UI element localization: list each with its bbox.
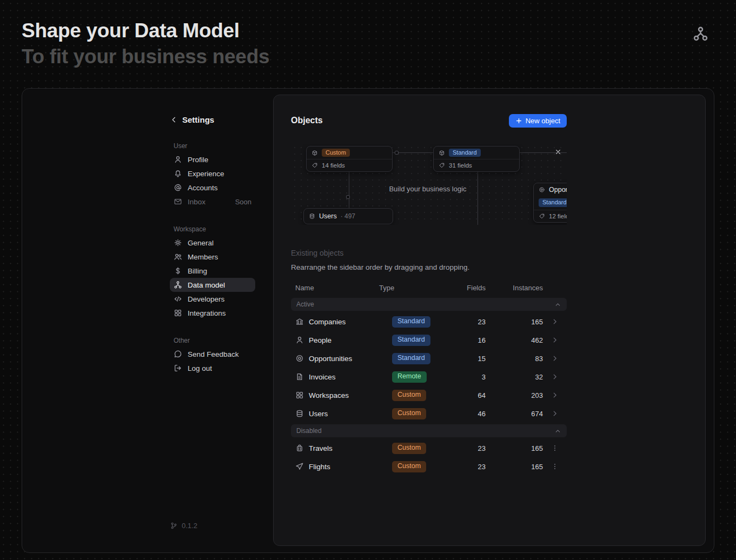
object-name-cell: Companies: [291, 317, 379, 326]
object-name: Flights: [309, 463, 330, 471]
page-title: Shape your Data Model: [22, 19, 240, 42]
object-row-companies[interactable]: CompaniesStandard23165: [291, 312, 567, 331]
sidebar-item-developers[interactable]: Developers: [170, 292, 255, 306]
tag-icon: [311, 162, 318, 169]
object-type-cell: Custom: [379, 408, 453, 419]
group-header-disabled[interactable]: Disabled: [291, 424, 567, 437]
edge-line: [393, 152, 433, 153]
objects-table: NameTypeFieldsInstances ActiveCompaniesS…: [291, 279, 567, 476]
group-label: Active: [296, 301, 314, 308]
canvas-node-standard[interactable]: Standard 31 fields: [433, 146, 520, 172]
edge-connector[interactable]: [346, 195, 350, 199]
dollar-icon: [174, 266, 182, 275]
object-type-cell: Standard: [379, 334, 453, 345]
object-row-opportunities[interactable]: OpportunitiesStandard1583: [291, 349, 567, 368]
canvas-node-users[interactable]: Users · 497: [303, 208, 393, 224]
sidebar-item-members[interactable]: Members: [170, 250, 255, 264]
tag-icon: [539, 213, 545, 219]
sidebar-item-send-feedback[interactable]: Send Feedback: [170, 347, 255, 361]
chevron-right-icon[interactable]: [551, 318, 559, 325]
chevron-right-icon[interactable]: [551, 355, 559, 362]
existing-objects-subtitle: Rearrange the sidebar order by dragging …: [291, 263, 567, 271]
target-icon: [295, 354, 304, 363]
chevron-right-icon[interactable]: [551, 336, 559, 344]
sidebar-item-accounts[interactable]: Accounts: [170, 181, 255, 195]
custom-badge: Custom: [322, 149, 350, 157]
chevron-up-icon[interactable]: [554, 301, 561, 308]
chevron-up-icon[interactable]: [554, 428, 561, 435]
canvas-node-opportunities[interactable]: Opportunities Standard 12 fields: [533, 183, 567, 223]
chevron-right-icon[interactable]: [551, 373, 559, 381]
kebab-icon[interactable]: [551, 444, 559, 452]
node-title: Opportunities: [549, 186, 567, 194]
chevron-right-icon[interactable]: [551, 391, 559, 399]
column-header-name: Name: [291, 284, 379, 292]
object-type-cell: Custom: [379, 461, 453, 472]
target-icon: [539, 186, 545, 193]
settings-window: Settings UserProfileExperienceAccountsIn…: [22, 88, 714, 553]
object-type-cell: Standard: [379, 316, 453, 327]
sidebar-item-inbox[interactable]: InboxSoon: [170, 195, 255, 209]
node-fields-count: 14 fields: [322, 162, 345, 169]
type-badge: Standard: [392, 353, 430, 364]
object-name-cell: Opportunities: [291, 354, 379, 363]
object-instances: 203: [486, 391, 543, 399]
objects-heading: Objects: [291, 116, 323, 125]
at-icon: [174, 183, 182, 192]
data-model-canvas[interactable]: Custom 14 fields Standard 31 fields: [291, 144, 567, 225]
object-row-people[interactable]: PeopleStandard16462: [291, 331, 567, 349]
app-version: 0.1.2: [170, 522, 197, 530]
object-type-cell: Custom: [379, 442, 453, 454]
luggage-icon: [295, 444, 304, 452]
bell-icon: [174, 169, 182, 178]
edge-line: [349, 171, 349, 208]
object-fields: 23: [453, 463, 486, 471]
building-icon: [295, 317, 304, 326]
standard-badge: Standard: [539, 198, 567, 207]
object-row-travels[interactable]: TravelsCustom23165: [291, 439, 567, 457]
canvas-node-custom[interactable]: Custom 14 fields: [306, 146, 393, 172]
object-instances: 32: [486, 373, 543, 381]
chat-icon: [174, 350, 182, 358]
kebab-icon[interactable]: [551, 463, 559, 470]
objects-header: Objects New object: [291, 114, 567, 128]
sidebar-item-general[interactable]: General: [170, 236, 255, 250]
tag-icon: [439, 162, 445, 169]
object-row-invoices[interactable]: InvoicesRemote332: [291, 368, 567, 386]
sidebar-item-profile[interactable]: Profile: [170, 152, 255, 166]
object-type-cell: Custom: [379, 389, 453, 401]
settings-back-button[interactable]: Settings: [170, 114, 273, 125]
column-header-instances: Instances: [486, 284, 543, 292]
row-action-cell: [543, 391, 567, 399]
object-name: Users: [309, 410, 328, 418]
type-badge: Standard: [392, 335, 430, 346]
database-icon: [309, 213, 315, 219]
sidebar-item-label: Integrations: [188, 309, 226, 317]
type-badge: Custom: [392, 461, 426, 472]
sidebar-item-label: Accounts: [188, 184, 218, 192]
row-action-cell: [543, 355, 567, 362]
group-header-active[interactable]: Active: [291, 298, 567, 311]
node-fields-count: 12 fields: [549, 213, 567, 219]
sidebar-item-experience[interactable]: Experience: [170, 166, 255, 181]
column-header-fields: Fields: [453, 284, 486, 292]
sidebar-item-label: Members: [188, 253, 218, 261]
gear-icon: [174, 238, 182, 247]
close-icon[interactable]: [554, 148, 562, 156]
object-fields: 23: [453, 318, 486, 326]
object-row-flights[interactable]: FlightsCustom23165: [291, 457, 567, 476]
sidebar-item-data-model[interactable]: Data model: [170, 278, 255, 292]
sidebar-item-integrations[interactable]: Integrations: [170, 306, 255, 320]
object-instances: 462: [486, 336, 543, 344]
sidebar-item-log-out[interactable]: Log out: [170, 361, 255, 375]
object-fields: 46: [453, 410, 486, 418]
object-row-workspaces[interactable]: WorkspacesCustom64203: [291, 386, 567, 404]
edge-connector[interactable]: [395, 151, 399, 155]
sidebar-item-billing[interactable]: Billing: [170, 264, 255, 278]
group-label: Disabled: [296, 427, 322, 435]
new-object-button[interactable]: New object: [509, 114, 567, 128]
chevron-right-icon[interactable]: [551, 410, 559, 417]
cube-icon: [311, 150, 318, 156]
object-row-users[interactable]: UsersCustom46674: [291, 404, 567, 423]
sidebar-item-label: Billing: [188, 267, 207, 275]
